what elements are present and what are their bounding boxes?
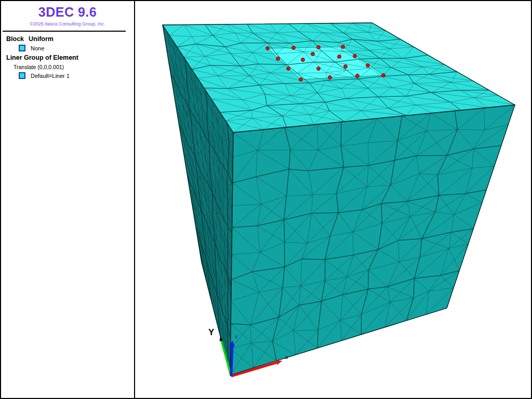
legend-block-title: Block xyxy=(6,35,24,43)
legend-liner-heading: Liner Group of Element xyxy=(1,54,134,61)
legend-liner-subtitle: Translate (0,0,0.001) xyxy=(1,64,134,70)
legend-divider xyxy=(3,31,126,32)
app-title: 3DEC 9.6 xyxy=(1,5,134,20)
legend-block-mode: Uniform xyxy=(29,35,54,43)
legend-item-liner-default: Default=Liner 1 xyxy=(1,72,134,79)
axis-x-label: X xyxy=(285,355,288,360)
legend-item-block-none: None xyxy=(1,45,134,51)
legend-item-label: Default=Liner 1 xyxy=(31,73,70,79)
color-swatch-block-none xyxy=(19,45,25,51)
3dec-window: 3DEC 9.6 ©2025 Itasca Consulting Group, … xyxy=(0,0,532,399)
legend-liner-title: Liner Group of Element xyxy=(6,54,78,61)
cube-face-front xyxy=(230,105,515,375)
scene-canvas: YXZ xyxy=(135,1,531,398)
axis-z-label: Z xyxy=(235,335,237,339)
viewport-3d[interactable]: YXZ xyxy=(135,1,531,398)
legend-item-label: None xyxy=(31,45,44,51)
copyright-text: ©2025 Itasca Consulting Group, Inc. xyxy=(1,21,134,26)
color-swatch-liner-default xyxy=(19,72,25,79)
legend-panel: 3DEC 9.6 ©2025 Itasca Consulting Group, … xyxy=(1,1,135,398)
axis-y-label: Y xyxy=(208,327,215,337)
legend-block-heading: Block Uniform xyxy=(1,35,134,43)
